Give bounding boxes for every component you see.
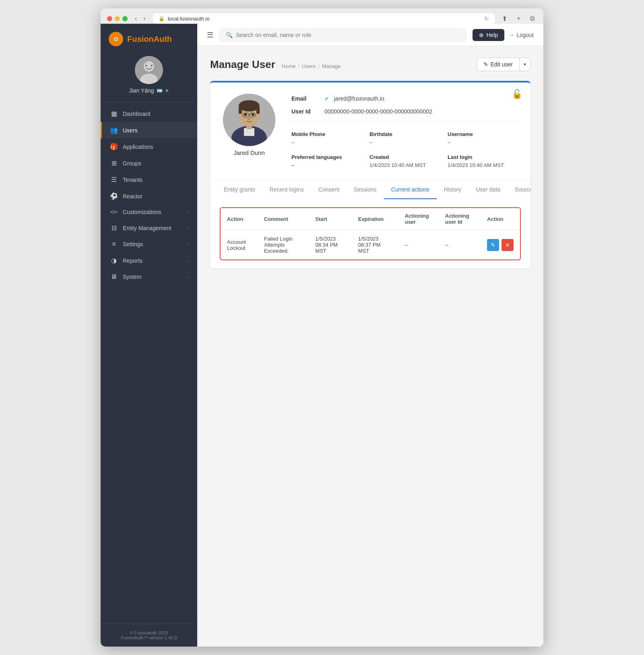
table-body: Account Lockout Failed Login Attempts Ex… <box>221 230 520 260</box>
row-comment: Failed Login Attempts Exceeded. <box>258 230 309 260</box>
tabs-bar: Entity grants Recent logins Consent Sess… <box>210 180 530 199</box>
help-button[interactable]: ⊕ Help <box>473 29 504 41</box>
chevron-right-icon: › <box>188 274 189 279</box>
tabs-icon[interactable]: ⧉ <box>528 14 537 23</box>
sidebar-item-customizations[interactable]: </> Customizations › <box>101 204 197 220</box>
back-button[interactable]: ‹ <box>132 14 139 23</box>
breadcrumb-home[interactable]: Home <box>282 63 296 69</box>
tab-current-actions[interactable]: Current actions <box>384 181 437 199</box>
sidebar-user: Jian Yáng 🪪 ➤ <box>101 53 197 102</box>
lock-icon: 🔒 <box>159 16 165 21</box>
users-icon: 👥 <box>110 126 118 134</box>
user-card-top: 🔓 <box>210 82 530 180</box>
row-action: Account Lockout <box>221 230 258 260</box>
maximize-button[interactable] <box>122 16 128 21</box>
delete-action-button[interactable]: ✕ <box>502 239 514 251</box>
userid-row: User Id 00000000-0000-0000-0000-00000000… <box>291 107 518 116</box>
avatar <box>135 56 163 84</box>
tab-recent-logins[interactable]: Recent logins <box>262 181 311 199</box>
row-start: 1/5/2023 08:34 PM MST <box>309 230 351 260</box>
footer-copyright: © FusionAuth 2023 <box>109 630 189 635</box>
page-title-section: Manage User Home / Users / Manage <box>210 58 341 71</box>
menu-toggle-button[interactable]: ☰ <box>207 31 213 39</box>
tab-history[interactable]: History <box>437 181 469 199</box>
col-action: Action <box>221 208 258 230</box>
refresh-icon[interactable]: ↻ <box>484 15 489 22</box>
breadcrumb-manage[interactable]: Manage <box>322 63 341 69</box>
main-content: ☰ 🔍 ⊕ Help → Logout <box>197 24 543 647</box>
browser-nav: ‹ › <box>132 14 148 23</box>
logout-button[interactable]: → Logout <box>508 32 534 38</box>
current-actions-table: Action Comment Start Expiration Actionin… <box>220 207 521 260</box>
tab-sessions[interactable]: Sessions <box>347 181 384 199</box>
sidebar-item-label: System <box>123 274 142 280</box>
add-tab-icon[interactable]: + <box>514 14 523 23</box>
sidebar-item-tenants[interactable]: ☰ Tenants <box>101 171 197 188</box>
sidebar-item-reactor[interactable]: ⚽ Reactor <box>101 188 197 204</box>
row-expiration: 1/5/2023 08:37 PM MST <box>352 230 398 260</box>
edit-user-button[interactable]: ✎ Edit user <box>477 58 519 71</box>
svg-point-13 <box>244 113 247 116</box>
divider <box>291 121 518 122</box>
email-verified-icon: ✔ <box>324 95 329 102</box>
last-login-value: 1/4/2023 10:40 AM MST <box>448 162 518 169</box>
id-card-icon: 🪪 <box>157 88 163 93</box>
search-input[interactable] <box>236 32 460 38</box>
svg-point-4 <box>151 65 153 66</box>
minimize-button[interactable] <box>115 16 120 21</box>
sidebar-item-system[interactable]: 🖥 System › <box>101 269 197 285</box>
page-title: Manage User <box>210 58 275 71</box>
forward-button[interactable]: › <box>141 14 148 23</box>
tab-source[interactable]: Source <box>508 181 530 199</box>
user-display-name: Jared Dunn <box>233 149 265 156</box>
tab-consent[interactable]: Consent <box>311 181 347 199</box>
row-actioning-user: – <box>398 230 439 260</box>
app-layout: ⊙ FusionAuth Jian <box>101 24 543 647</box>
userid-value: 00000000-0000-0000-0000-000000000002 <box>324 108 432 115</box>
sidebar-item-entity-management[interactable]: ⊟ Entity Management › <box>101 220 197 236</box>
sidebar-item-groups[interactable]: ⊞ Groups <box>101 155 197 171</box>
sidebar-item-settings[interactable]: ≡ Settings › <box>101 236 197 252</box>
svg-point-14 <box>252 113 254 116</box>
logout-icon: → <box>508 32 514 38</box>
table-section: Action Comment Start Expiration Actionin… <box>210 199 530 268</box>
breadcrumb-users[interactable]: Users <box>302 63 316 69</box>
email-row: Email ✔ jared@fusionauth.io <box>291 94 518 103</box>
share-icon[interactable]: ⬆ <box>500 14 510 23</box>
search-bar[interactable]: 🔍 <box>220 29 466 41</box>
sidebar-item-reports[interactable]: ◑ Reports › <box>101 252 197 269</box>
sidebar-item-label: Groups <box>123 160 141 167</box>
sidebar-item-applications[interactable]: 🎁 Applications <box>101 138 197 155</box>
traffic-lights <box>107 16 128 21</box>
username-value: – <box>448 139 518 146</box>
user-avatar-col: Jared Dunn <box>223 94 275 169</box>
userid-label: User Id <box>291 108 320 115</box>
address-bar[interactable]: 🔒 local.fusionauth.io ↻ <box>153 13 495 24</box>
edit-action-button[interactable]: ✎ <box>487 239 499 251</box>
sidebar-item-label: Users <box>123 127 138 134</box>
edit-user-button-group: ✎ Edit user ▾ <box>477 58 530 71</box>
search-icon: 🔍 <box>226 32 233 38</box>
edit-user-dropdown-button[interactable]: ▾ <box>519 58 530 70</box>
sidebar-item-label: Settings <box>123 241 143 247</box>
topbar: ☰ 🔍 ⊕ Help → Logout <box>197 24 543 46</box>
location-icon: ➤ <box>165 88 169 93</box>
sidebar-item-label: Entity Management <box>123 225 171 231</box>
dashboard-icon: ▦ <box>110 110 118 117</box>
breadcrumb-sep: / <box>318 63 320 69</box>
browser-controls: ‹ › 🔒 local.fusionauth.io ↻ ⬆ + ⧉ <box>107 13 537 24</box>
col-actioning-user: Actioning user <box>398 208 439 230</box>
topbar-actions: ⊕ Help → Logout <box>473 29 534 41</box>
sidebar-item-dashboard[interactable]: ▦ Dashboard <box>101 105 197 122</box>
user-avatar-large <box>223 94 275 146</box>
close-button[interactable] <box>107 16 112 21</box>
tab-entity-grants[interactable]: Entity grants <box>217 181 262 199</box>
col-expiration: Expiration <box>352 208 398 230</box>
sidebar-item-users[interactable]: 👥 Users <box>101 122 197 138</box>
mobile-phone-label: Mobile Phone <box>291 131 361 137</box>
entity-management-icon: ⊟ <box>110 224 118 232</box>
system-icon: 🖥 <box>110 273 118 280</box>
preferred-languages-field: Preferred languages – <box>291 154 361 169</box>
sidebar-item-label: Customizations <box>123 209 161 215</box>
tab-user-data[interactable]: User data <box>469 181 508 199</box>
